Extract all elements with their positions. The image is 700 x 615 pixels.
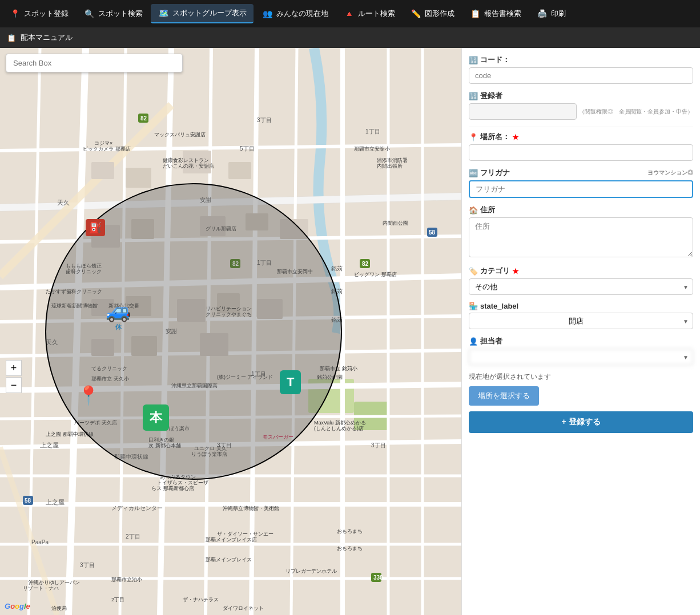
svg-text:2丁目: 2丁目 bbox=[111, 597, 124, 602]
registrant-label: 🔢 登録者 bbox=[469, 91, 693, 101]
category-select[interactable]: その他 店舗 施設 公共機関 bbox=[469, 278, 693, 295]
state-field: 🏪 state_label 開店 閉店 準備中 bbox=[469, 302, 693, 329]
map-zoom-controls: + − bbox=[6, 360, 22, 393]
t-marker: T bbox=[280, 370, 301, 394]
divider-1 bbox=[469, 127, 693, 127]
current-location-icon: 👥 bbox=[262, 8, 273, 19]
location-name-field: 📍 場所名： ★ location bbox=[469, 132, 693, 161]
category-icon: 🏷️ bbox=[469, 267, 478, 276]
responsible-select-wrapper bbox=[469, 349, 693, 365]
nav-report-search[interactable]: 📋 報告書検索 bbox=[462, 5, 528, 23]
code-label: 🔢 コード： bbox=[469, 55, 693, 65]
location-required-mark: ★ bbox=[512, 133, 519, 141]
location-name-input[interactable]: location bbox=[469, 144, 693, 161]
svg-text:沖縄かりゆしアーバン: 沖縄かりゆしアーバン bbox=[29, 580, 80, 585]
nav-route-search[interactable]: 🔺 ルート検索 bbox=[336, 5, 402, 23]
spot-group-icon: 🗺️ bbox=[158, 7, 169, 19]
svg-text:おもろまち: おもろまち bbox=[337, 545, 363, 551]
furigana-label: 🔤 フリガナ ヨウマンション◎ bbox=[469, 168, 693, 178]
svg-text:浦添市消防署: 浦添市消防署 bbox=[377, 157, 408, 163]
registrant-extra: （閲覧権限◎ 全員閲覧・全員参加・申告） bbox=[579, 108, 693, 116]
nav-shape-create[interactable]: ✏️ 図形作成 bbox=[403, 5, 461, 23]
svg-text:内間出張所: 内間出張所 bbox=[377, 163, 403, 169]
svg-text:ザ・ダイソー・サンエー: ザ・ダイソー・サンエー bbox=[217, 531, 273, 537]
svg-text:リブレガーデンホテル: リブレガーデンホテル bbox=[285, 568, 337, 574]
svg-text:82: 82 bbox=[140, 115, 147, 122]
svg-rect-30 bbox=[126, 168, 151, 188]
svg-rect-29 bbox=[91, 162, 114, 179]
print-icon: 🖨️ bbox=[536, 8, 548, 19]
state-select[interactable]: 開店 閉店 準備中 bbox=[469, 313, 693, 329]
state-label-label: 🏪 state_label bbox=[469, 302, 693, 310]
svg-text:58: 58 bbox=[25, 497, 31, 504]
address-textarea[interactable] bbox=[469, 217, 693, 257]
furigana-icon: 🔤 bbox=[469, 169, 478, 177]
code-input[interactable] bbox=[469, 67, 693, 84]
svg-text:MaxValu 新都心めかる: MaxValu 新都心めかる bbox=[314, 420, 366, 426]
location-pin-icon: 📍 bbox=[469, 133, 478, 141]
book-marker: 本 bbox=[143, 404, 169, 431]
svg-text:らス 那覇新都心店: らス 那覇新都心店 bbox=[151, 485, 194, 491]
car-icon: 🚙 bbox=[106, 299, 131, 322]
second-bar-label: 配本マニュアル bbox=[21, 33, 73, 43]
address-icon: 🏠 bbox=[469, 206, 478, 215]
book-icon: 本 bbox=[150, 410, 162, 424]
search-input[interactable] bbox=[6, 54, 183, 72]
svg-text:ザ・ナハテラス: ザ・ナハテラス bbox=[183, 597, 219, 602]
nav-print[interactable]: 🖨️ 印刷 bbox=[529, 5, 573, 23]
spot-register-icon: 📍 bbox=[9, 8, 21, 19]
svg-rect-32 bbox=[228, 162, 251, 179]
svg-text:(しんとしんめかる)店: (しんとしんめかる)店 bbox=[314, 426, 364, 431]
svg-text:コジマ×: コジマ× bbox=[94, 140, 112, 146]
main-layout: 天久 天久 上之屋 上之屋 PaaPa 那覇中環状線 メディカルセンター 安謝 … bbox=[0, 48, 700, 615]
svg-text:上之屋: 上之屋 bbox=[46, 499, 65, 505]
address-label: 🏠 住所 bbox=[469, 205, 693, 215]
category-required-mark: ★ bbox=[512, 267, 519, 276]
svg-text:58: 58 bbox=[429, 229, 436, 236]
responsible-select[interactable] bbox=[469, 349, 693, 365]
svg-text:リゾート・ナハ: リゾート・ナハ bbox=[23, 585, 59, 591]
furigana-input[interactable] bbox=[469, 180, 693, 198]
svg-text:泊便局: 泊便局 bbox=[51, 605, 67, 611]
map-area[interactable]: 天久 天久 上之屋 上之屋 PaaPa 那覇中環状線 メディカルセンター 安謝 … bbox=[0, 48, 461, 615]
svg-text:ビックカメラ 那覇店: ビックカメラ 那覇店 bbox=[83, 146, 131, 152]
nav-spot-group[interactable]: 🗺️ スポットグループ表示 bbox=[151, 4, 254, 23]
location-notice: 現在地が選択されています bbox=[469, 372, 693, 382]
code-field: 🔢 コード： bbox=[469, 55, 693, 84]
route-search-icon: 🔺 bbox=[343, 8, 355, 19]
svg-text:おもろまち: おもろまち bbox=[337, 528, 363, 534]
select-location-button[interactable]: 場所を選択する bbox=[469, 386, 539, 406]
register-button[interactable]: + 登録する bbox=[469, 411, 693, 433]
registrant-input[interactable]: 3001 bbox=[469, 103, 577, 120]
svg-text:3丁目: 3丁目 bbox=[257, 117, 272, 123]
zoom-out-button[interactable]: − bbox=[6, 377, 22, 393]
nav-spot-search[interactable]: 🔍 スポット検索 bbox=[77, 5, 150, 23]
google-logo: Google bbox=[5, 602, 30, 610]
report-search-icon: 📋 bbox=[469, 8, 481, 19]
zoom-in-button[interactable]: + bbox=[6, 360, 22, 376]
top-navigation: 📍 スポット登録 🔍 スポット検索 🗺️ スポットグループ表示 👥 みんなの現在… bbox=[0, 0, 700, 27]
code-icon: 🔢 bbox=[469, 56, 478, 64]
svg-text:3丁目: 3丁目 bbox=[371, 442, 386, 448]
svg-text:ダイワロイネット: ダイワロイネット bbox=[223, 605, 264, 611]
state-select-wrapper: 開店 閉店 準備中 bbox=[469, 313, 693, 329]
sidebar: 🔢 コード： 🔢 登録者 3001 （閲覧権限◎ 全員閲覧・全員参加・申告） 📍… bbox=[461, 48, 700, 615]
car-marker: 🚙 休 bbox=[106, 299, 131, 331]
location-name-label: 📍 場所名： ★ bbox=[469, 132, 693, 142]
fuel-marker: ⛽ bbox=[86, 219, 105, 236]
spot-search-icon: 🔍 bbox=[83, 8, 95, 19]
nav-spot-register[interactable]: 📍 スポット登録 bbox=[2, 5, 75, 23]
svg-text:天久: 天久 bbox=[57, 199, 70, 206]
svg-text:那覇メインプレイス店: 那覇メインプレイス店 bbox=[206, 537, 257, 543]
svg-text:メディカルセンター: メディカルセンター bbox=[111, 505, 163, 511]
svg-text:上之屋: 上之屋 bbox=[40, 442, 59, 448]
svg-text:那覇市立安謝小: 那覇市立安謝小 bbox=[354, 146, 390, 152]
fuel-icon: ⛽ bbox=[89, 222, 102, 233]
svg-text:沖縄県立博物館・美術館: 沖縄県立博物館・美術館 bbox=[223, 505, 279, 511]
category-label: 🏷️ カテゴリ ★ bbox=[469, 266, 693, 276]
svg-text:那覇市立泊小: 那覇市立泊小 bbox=[111, 577, 142, 582]
nav-current-location[interactable]: 👥 みんなの現在地 bbox=[255, 5, 335, 23]
svg-text:3丁目: 3丁目 bbox=[80, 562, 95, 568]
svg-text:だいこんの花・安謝店: だいこんの花・安謝店 bbox=[163, 163, 214, 169]
svg-text:マックスバリュ安謝店: マックスバリュ安謝店 bbox=[154, 132, 206, 137]
